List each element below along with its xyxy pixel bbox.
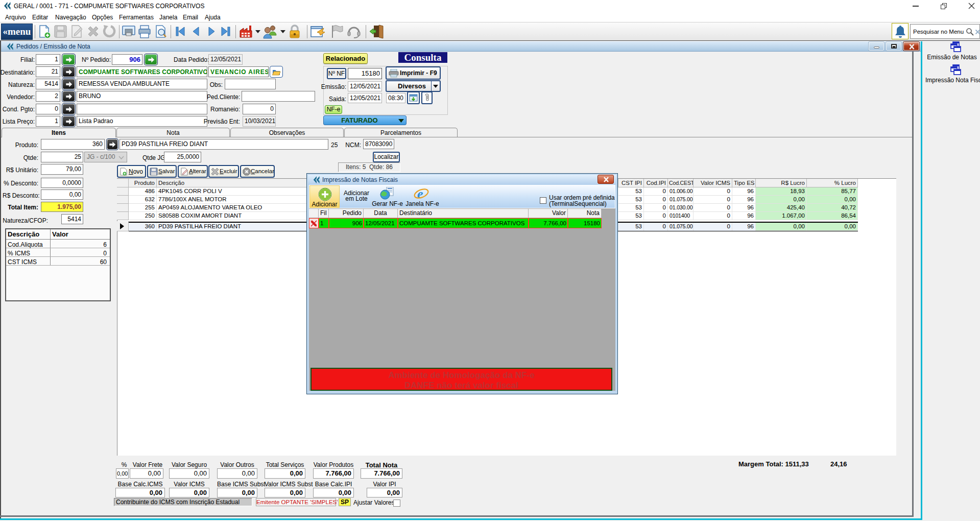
- svg-text:e: e: [417, 186, 423, 201]
